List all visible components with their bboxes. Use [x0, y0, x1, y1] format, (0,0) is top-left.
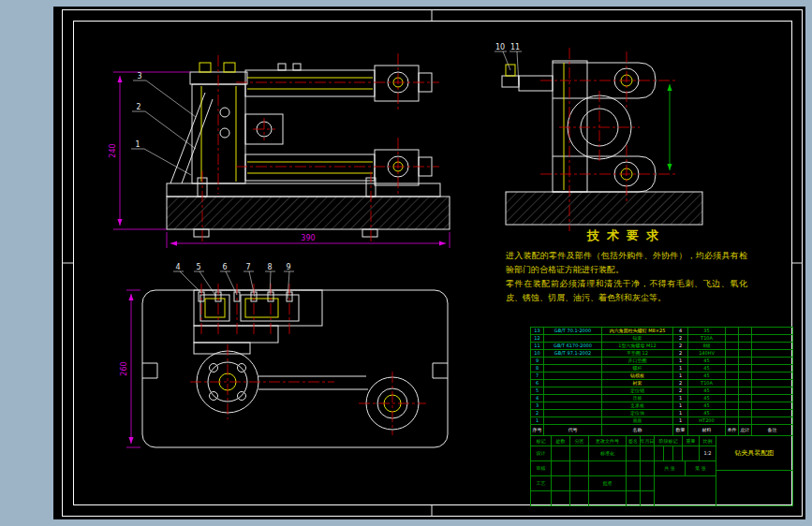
table-cell: GB/T 97.1-2002: [544, 350, 602, 358]
tech-req-paragraph: 进入装配的零件及部件（包括外购件、外协件），均必须具有检验部门的合格证方能进行装…: [506, 249, 747, 277]
table-cell: [552, 491, 570, 506]
table-cell: [752, 402, 793, 410]
title-block-bottom: 标记处数分区更改文件号签名年月日设计标准化审核工艺批准 阶段标记重量比例1:2共…: [531, 436, 793, 506]
table-cell: 140HV: [688, 350, 726, 358]
table-cell: 45: [688, 373, 726, 380]
table-cell: [752, 328, 793, 335]
table-row: 3支承板145: [531, 402, 793, 410]
table-cell: 年月日: [641, 436, 655, 446]
table-cell: 45: [688, 365, 726, 373]
table-cell: [726, 410, 739, 417]
table-row: 12钻套2T10A: [531, 335, 793, 343]
table-cell: 1: [673, 417, 688, 425]
tech-req-title: 技术要求: [506, 227, 747, 244]
table-cell: [752, 395, 793, 402]
drawing-canvas[interactable]: 390 240 3 2 1: [53, 7, 805, 519]
table-cell: [544, 387, 602, 395]
table-cell: [552, 476, 570, 491]
table-cell: [683, 446, 700, 461]
table-cell: 45: [688, 358, 726, 365]
table-row: 10GB/T 97.1-2002平垫圈 122140HV: [531, 350, 793, 358]
callout-5: 5: [196, 263, 200, 271]
table-cell: 钻模板: [602, 373, 673, 380]
table-cell: [544, 380, 602, 387]
table-cell: [739, 335, 752, 343]
dimension-text-height: 240: [109, 143, 117, 157]
table-cell: [627, 446, 641, 461]
table-row: 7钻模板145: [531, 373, 793, 380]
table-cell: 9: [531, 358, 544, 365]
callout-1: 1: [135, 140, 140, 149]
table-cell: 1: [531, 417, 544, 425]
table-cell: [726, 335, 739, 343]
table-cell: [589, 491, 627, 506]
table-cell: 35: [688, 328, 726, 335]
table-cell: [726, 343, 739, 350]
table-cell: 设计: [531, 446, 552, 461]
table-cell: 第 张: [686, 461, 716, 476]
table-cell: [739, 328, 752, 335]
table-row: 1:2: [655, 446, 716, 461]
table-cell: 钻夹具装配图: [716, 436, 793, 471]
table-cell: [552, 446, 570, 461]
table-cell: [752, 343, 793, 350]
table-cell: 内六角圆柱头螺钉 M8×25: [602, 328, 673, 335]
table-cell: [544, 365, 602, 373]
table-cell: [752, 365, 793, 373]
table-row: 8螺杆145: [531, 365, 793, 373]
table-cell: 批准: [589, 476, 627, 491]
table-cell: 1:2: [700, 446, 716, 461]
table-row: 钻夹具装配图: [716, 436, 793, 471]
table-cell: [641, 461, 655, 476]
table-cell: 衬套: [602, 380, 673, 387]
table-cell: 2: [673, 380, 688, 387]
table-cell: 45: [688, 395, 726, 402]
table-cell: [752, 387, 793, 395]
table-cell: 3: [531, 402, 544, 410]
table-cell: [752, 335, 793, 343]
table-cell: 7: [531, 373, 544, 380]
table-cell: 1: [673, 402, 688, 410]
table-cell: 签名: [627, 436, 641, 446]
table-cell: 45: [688, 410, 726, 417]
table-row: 1底座1HT200: [531, 417, 793, 425]
table-cell: [673, 446, 683, 461]
table-cell: 单件: [726, 425, 739, 436]
table-cell: 2: [673, 350, 688, 358]
table-cell: [627, 461, 641, 476]
front-view-geometry: [167, 64, 450, 237]
table-cell: 工艺: [531, 476, 552, 491]
table-cell: [570, 491, 589, 506]
table-cell: [739, 395, 752, 402]
table-row: 序号代号名称数量材料单件总计备注: [531, 425, 793, 436]
table-row: 设计标准化: [531, 446, 655, 461]
table-cell: [655, 476, 716, 506]
table-cell: 1: [673, 395, 688, 402]
table-cell: [739, 365, 752, 373]
table-row: 13GB/T 70.1-2000内六角圆柱头螺钉 M8×25435: [531, 328, 793, 335]
table-row: 共 张第 张: [655, 461, 716, 476]
table-cell: 2: [673, 343, 688, 350]
table-cell: 5: [531, 387, 544, 395]
front-view: 390 240 3 2 1: [109, 53, 450, 248]
table-cell: [570, 446, 589, 461]
table-cell: [739, 402, 752, 410]
table-cell: 45: [688, 402, 726, 410]
table-row: [531, 491, 655, 506]
table-cell: [544, 335, 602, 343]
table-cell: [739, 417, 752, 425]
table-cell: [552, 461, 570, 476]
table-cell: 更改文件号: [589, 436, 627, 446]
table-cell: 处数: [552, 436, 570, 446]
table-cell: 4: [531, 395, 544, 402]
table-cell: [726, 350, 739, 358]
table-cell: [726, 387, 739, 395]
table-row: 5定位销245: [531, 387, 793, 395]
table-cell: [716, 471, 793, 506]
table-cell: [641, 476, 655, 491]
table-cell: 重量: [683, 436, 700, 446]
table-cell: GB/T 6170-2000: [544, 343, 602, 350]
table-cell: [544, 373, 602, 380]
table-cell: 13: [531, 328, 544, 335]
plan-view-dimension-lines: [126, 290, 140, 447]
